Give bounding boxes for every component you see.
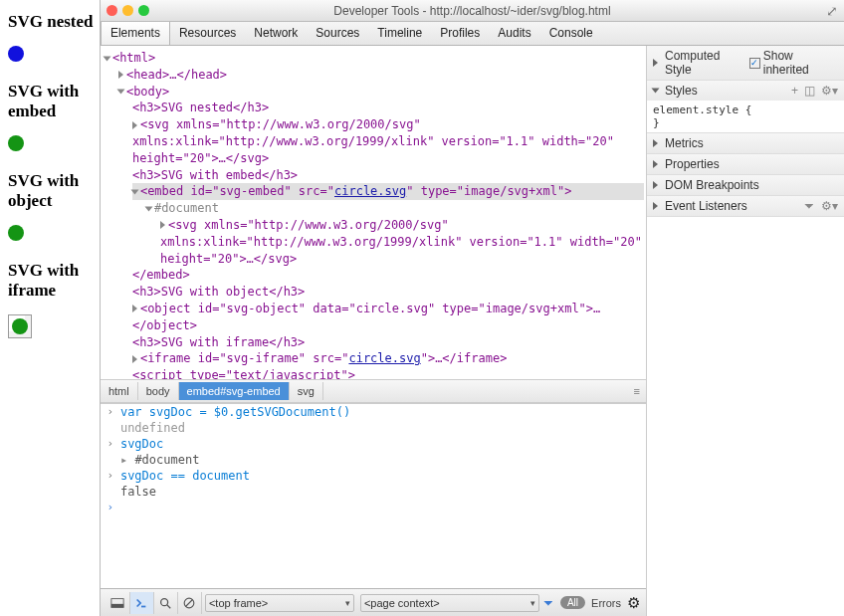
filter-icon[interactable]: ⏷: [542, 596, 554, 610]
sidebar-event-listeners-label[interactable]: Event Listeners: [665, 199, 747, 213]
window-zoom-icon[interactable]: [138, 5, 149, 16]
gear-icon[interactable]: ⚙: [627, 594, 640, 612]
svg-circle-iframe: [12, 318, 28, 334]
crumb-svg[interactable]: svg: [290, 382, 323, 400]
dom-node[interactable]: <h3>SVG with iframe</h3>: [132, 335, 305, 349]
dom-node[interactable]: <h3>SVG with object</h3>: [132, 285, 305, 299]
sidebar-dom-breakpoints-label[interactable]: DOM Breakpoints: [665, 178, 759, 192]
svg-iframe-box: [8, 314, 32, 338]
iframe-src-link[interactable]: circle.svg: [348, 351, 420, 365]
dom-node[interactable]: <h3>SVG nested</h3>: [132, 101, 269, 114]
tab-resources[interactable]: Resources: [170, 22, 245, 45]
tab-sources[interactable]: Sources: [307, 22, 368, 45]
clear-console-icon[interactable]: [178, 592, 202, 614]
console-output: ▸ #document: [120, 453, 199, 467]
dom-node[interactable]: <svg xmlns="http://www.w3.org/2000/svg" …: [132, 117, 621, 165]
breadcrumb-menu-icon[interactable]: ≡: [634, 385, 640, 397]
page-heading-nested: SVG nested: [8, 12, 94, 32]
tab-profiles[interactable]: Profiles: [431, 22, 489, 45]
console-output: false: [120, 485, 156, 499]
svg-circle-object: [8, 225, 24, 241]
page-heading-object: SVG with object: [8, 171, 94, 211]
devtools-footer: <top frame>▾ <page context>▾ ⏷ All Error…: [101, 588, 646, 616]
tab-elements[interactable]: Elements: [101, 22, 170, 45]
page-heading-embed: SVG with embed: [8, 82, 94, 121]
embed-src-link[interactable]: circle.svg: [334, 184, 406, 198]
filter-errors-button[interactable]: Errors: [591, 597, 621, 609]
tab-network[interactable]: Network: [245, 22, 307, 45]
dock-toggle-icon[interactable]: [106, 592, 130, 614]
filter-all-button[interactable]: All: [560, 596, 585, 609]
crumb-body[interactable]: body: [138, 382, 179, 400]
add-style-icon[interactable]: +: [791, 84, 798, 98]
tab-audits[interactable]: Audits: [489, 22, 539, 45]
gear-icon[interactable]: ⚙▾: [821, 84, 838, 98]
console-input: var svgDoc = $0.getSVGDocument(): [120, 405, 350, 419]
dom-node[interactable]: <h3>SVG with embed</h3>: [132, 168, 298, 182]
sidebar-show-inherited-label: Show inherited: [763, 49, 838, 77]
dom-tree[interactable]: <html> <head>…</head> <body> <h3>SVG nes…: [101, 46, 646, 379]
frame-select[interactable]: <top frame>▾: [205, 594, 354, 612]
dom-node[interactable]: <script type="text/javascript">: [132, 368, 355, 379]
svg-line-4: [167, 604, 171, 608]
crumb-embed[interactable]: embed#svg-embed: [179, 382, 290, 400]
devtools-window: Developer Tools - http://localhost/~ider…: [100, 0, 844, 616]
rendered-page: SVG nested SVG with embed SVG with objec…: [0, 0, 100, 616]
svg-circle-embed: [8, 135, 24, 151]
dom-node[interactable]: <object id="svg-object" data="circle.svg…: [132, 302, 600, 332]
window-title: Developer Tools - http://localhost/~ider…: [101, 4, 844, 18]
sidebar-metrics-label[interactable]: Metrics: [665, 136, 704, 150]
dom-node[interactable]: <iframe id="svg-iframe" src="circle.svg"…: [140, 351, 507, 365]
svg-rect-1: [111, 603, 123, 607]
window-close-icon[interactable]: [106, 5, 117, 16]
dom-node[interactable]: </embed>: [132, 268, 190, 282]
dom-shadow-doc[interactable]: #document: [154, 201, 219, 215]
console-input: svgDoc == document: [120, 469, 250, 483]
styles-body[interactable]: element.style { }: [647, 101, 844, 132]
styles-sidebar: Computed Style ✓Show inherited Styles + …: [647, 46, 844, 616]
search-icon[interactable]: [154, 592, 178, 614]
console-input: svgDoc: [120, 437, 163, 451]
console-panel[interactable]: ›var svgDoc = $0.getSVGDocument() undefi…: [101, 403, 646, 588]
show-console-icon[interactable]: [130, 592, 154, 614]
svg-line-6: [186, 599, 193, 606]
crumb-html[interactable]: html: [101, 382, 138, 400]
filter-icon[interactable]: ⏷: [803, 199, 815, 213]
sidebar-computed-label[interactable]: Computed Style: [665, 49, 745, 77]
gear-icon[interactable]: ⚙▾: [821, 199, 838, 213]
console-output: undefined: [120, 421, 185, 435]
dom-node-selected[interactable]: <embed id="svg-embed" src="circle.svg" t…: [140, 184, 572, 198]
tab-timeline[interactable]: Timeline: [368, 22, 431, 45]
dom-node[interactable]: <head>…</head>: [126, 68, 227, 82]
dom-node[interactable]: <body>: [126, 85, 169, 99]
svg-circle-nested: [8, 46, 24, 62]
dom-node[interactable]: <svg xmlns="http://www.w3.org/2000/svg" …: [160, 218, 646, 266]
dom-node[interactable]: <html>: [112, 51, 155, 65]
page-heading-iframe: SVG with iframe: [8, 261, 94, 301]
window-expand-icon[interactable]: ⤢: [826, 3, 838, 19]
dom-breadcrumb: html body embed#svg-embed svg ≡: [101, 379, 646, 403]
toggle-state-icon[interactable]: ◫: [804, 84, 815, 98]
devtools-tabs: Elements Resources Network Sources Timel…: [101, 22, 844, 46]
tab-console[interactable]: Console: [540, 22, 602, 45]
devtools-titlebar[interactable]: Developer Tools - http://localhost/~ider…: [101, 0, 844, 22]
sidebar-styles-label[interactable]: Styles: [665, 84, 698, 98]
svg-point-3: [161, 598, 168, 605]
window-minimize-icon[interactable]: [122, 5, 133, 16]
context-select[interactable]: <page context>▾: [360, 594, 539, 612]
sidebar-properties-label[interactable]: Properties: [665, 157, 720, 171]
show-inherited-checkbox[interactable]: ✓: [749, 58, 760, 69]
